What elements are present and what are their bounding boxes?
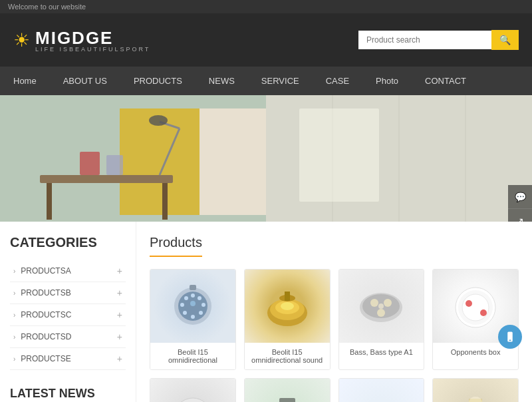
nav-home[interactable]: Home [0, 67, 50, 95]
products-title: Products [150, 235, 202, 257]
speaker-svg [166, 389, 219, 402]
expand-icon: + [117, 288, 122, 298]
category-productsa[interactable]: › PRODUCTSA + [10, 260, 126, 282]
svg-rect-3 [40, 175, 173, 183]
product-image-1 [150, 270, 235, 343]
mobile-icon [504, 331, 516, 343]
product-image-6 [245, 379, 330, 402]
hero-banner: 💬 ↗ ≡ ▲ [0, 95, 532, 222]
product-card-7[interactable]: Beosound rotation [338, 378, 425, 402]
svg-point-43 [466, 300, 472, 307]
svg-point-25 [184, 296, 188, 300]
nav-contact[interactable]: CONTACT [412, 67, 479, 95]
product-card-4[interactable]: Opponents box [432, 269, 519, 370]
plate-svg [449, 280, 502, 333]
product-card-3[interactable]: Bass, Bass type A1 [338, 269, 425, 370]
nav-photo[interactable]: Photo [362, 67, 412, 95]
nav-about[interactable]: ABOUT US [50, 67, 120, 95]
ceiling-svg [261, 280, 314, 333]
arrow-icon: › [13, 355, 15, 363]
expand-icon: + [117, 309, 122, 320]
svg-point-26 [190, 301, 196, 306]
nav-news[interactable]: NEWS [196, 67, 248, 95]
svg-rect-5 [162, 183, 168, 220]
arrow-icon: › [13, 333, 15, 341]
left-sidebar: CATEGORIES › PRODUCTSA + › PRODUCTSB + ›… [0, 222, 136, 402]
category-label: PRODUCTSE [21, 354, 70, 363]
category-label: PRODUCTSB [21, 288, 70, 298]
search-button[interactable]: 🔍 [491, 30, 519, 50]
search-input[interactable] [358, 31, 491, 49]
category-label: PRODUCTSC [21, 310, 71, 319]
expand-icon: + [117, 331, 122, 342]
svg-point-42 [462, 294, 489, 321]
svg-point-36 [370, 299, 378, 307]
downlight-svg [354, 280, 408, 333]
category-productsb[interactable]: › PRODUCTSB + [10, 282, 126, 304]
svg-point-24 [180, 303, 184, 307]
svg-point-23 [183, 311, 187, 315]
category-label: PRODUCTSA [21, 266, 70, 276]
products-area: Products [136, 222, 532, 402]
logo: ☀ MIGDGE LIFE ISBEAUTIFULSPORT [13, 28, 150, 53]
nav-service[interactable]: SERVICE [248, 67, 313, 95]
svg-point-38 [377, 309, 385, 317]
product-card-6[interactable]: BeoPlay A9 wireless [244, 378, 331, 402]
hero-left [0, 95, 266, 222]
hero-svg-left [0, 95, 266, 222]
svg-rect-7 [106, 155, 123, 175]
hero-svg-right [266, 95, 532, 222]
product-card-5[interactable]: BeoPlay two speakers [150, 378, 236, 402]
nav-case[interactable]: CASE [313, 67, 362, 95]
category-productsc[interactable]: › PRODUCTSC + [10, 304, 126, 326]
main-nav: Home ABOUT US PRODUCTS NEWS SERVICE CASE… [0, 67, 532, 95]
svg-point-19 [198, 296, 201, 300]
svg-point-20 [201, 303, 205, 307]
svg-rect-15 [299, 108, 379, 202]
product-card-2[interactable]: Beolit I15 omnidirectional sound [244, 269, 331, 370]
logo-icon: ☀ [13, 29, 30, 51]
svg-point-31 [281, 302, 294, 310]
arrow-icon: › [13, 290, 15, 297]
product-card-1[interactable]: Beolit I15 omnidirectional [150, 269, 236, 370]
arrow-icon: › [13, 311, 15, 319]
product-image-2 [245, 270, 330, 343]
hero-content [0, 95, 532, 222]
spotlight-svg [166, 280, 219, 333]
latest-news-title: LATEST NEWS [10, 387, 126, 401]
svg-point-44 [480, 309, 487, 316]
products-grid: Beolit I15 omnidirectional Beolit I15 o [150, 269, 519, 402]
svg-point-10 [149, 115, 168, 126]
flood-svg [261, 389, 314, 402]
category-label: PRODUCTSD [21, 332, 71, 341]
product-card-8[interactable]: Spring up across the [432, 378, 519, 402]
header: ☀ MIGDGE LIFE ISBEAUTIFULSPORT 🔍 [0, 13, 532, 67]
category-productsd[interactable]: › PRODUCTSD + [10, 326, 126, 348]
product-image-3 [339, 270, 424, 343]
svg-rect-6 [80, 152, 100, 175]
product-image-8 [433, 379, 518, 402]
float-mobile-button[interactable] [498, 325, 522, 349]
top-bar: Welcome to our website [0, 0, 532, 13]
welcome-text: Welcome to our website [8, 3, 86, 11]
svg-point-37 [384, 299, 392, 307]
svg-rect-2 [200, 108, 266, 215]
chat-icon[interactable]: 💬 [508, 185, 532, 209]
product-image-7 [339, 379, 424, 402]
product-name-1: Beolit I15 omnidirectional [150, 343, 235, 369]
category-productse[interactable]: › PRODUCTSE + [10, 348, 126, 370]
share-icon[interactable]: ↗ [508, 209, 532, 222]
bulb-svg [449, 389, 502, 402]
main-content: CATEGORIES › PRODUCTSA + › PRODUCTSB + ›… [0, 222, 532, 402]
expand-icon: + [117, 353, 122, 364]
svg-point-66 [469, 397, 482, 402]
product-name-3: Bass, Bass type A1 [339, 343, 424, 361]
expand-icon: + [117, 266, 122, 276]
categories-title: CATEGORIES [10, 235, 126, 250]
svg-point-39 [378, 303, 384, 309]
svg-point-22 [191, 315, 195, 319]
panel-svg [354, 389, 408, 402]
nav-products[interactable]: PRODUCTS [120, 67, 196, 95]
svg-rect-33 [285, 292, 290, 301]
svg-rect-54 [279, 398, 295, 402]
